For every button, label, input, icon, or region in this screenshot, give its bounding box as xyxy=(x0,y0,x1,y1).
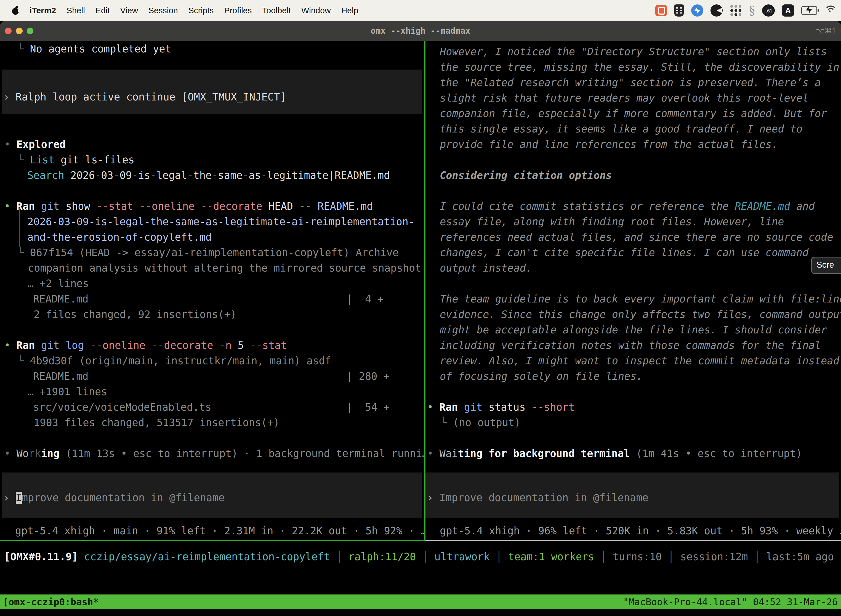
window-title-bar[interactable]: omx --xhigh --madmax ⌥⌘1 xyxy=(0,21,841,41)
ran-git-log-line: • Ran git log --oneline --decorate -n 5 … xyxy=(4,338,287,353)
menu-item-toolbelt[interactable]: Toolbelt xyxy=(257,6,296,15)
reasoning-paragraph-line: changes, I can't cite specific file line… xyxy=(440,245,809,261)
text-segment: README.md xyxy=(312,200,373,212)
omx-status-line: [OMX#0.11.9] cczip/essay/ai-reimplementa… xyxy=(4,549,834,565)
text-segment: › xyxy=(3,492,16,504)
text-segment: Explored xyxy=(16,139,66,150)
text-segment: --short xyxy=(525,401,574,413)
text-segment: evidence. Since this change only affects… xyxy=(440,308,841,320)
text-segment: ing xyxy=(41,448,60,459)
ran-git-show-line: • Ran git show --stat --oneline --decora… xyxy=(4,199,373,214)
menu-item-window[interactable]: Window xyxy=(296,6,336,15)
text-segment: I could cite commit statistics or refere… xyxy=(440,200,735,212)
text-segment: The team guideline is to back every impo… xyxy=(440,293,841,305)
session-stats-line: gpt-5.4 xhigh · 96% left · 520K in · 5.8… xyxy=(440,523,841,539)
text-segment: -- xyxy=(293,200,312,212)
reasoning-paragraph-line: references need actual files, and since … xyxy=(440,230,833,245)
battery-icon[interactable] xyxy=(801,6,817,15)
dots-grid-app-icon[interactable] xyxy=(730,4,742,16)
reasoning-paragraph-line: might be acceptable alongside the file l… xyxy=(440,322,827,338)
text-segment: last:5m ago xyxy=(766,551,834,563)
reasoning-paragraph-line: of focusing solely on file lines. xyxy=(440,369,643,384)
text-segment: │ xyxy=(416,551,435,563)
injected-prompt-line: › Ralph loop active continue [OMX_TMUX_I… xyxy=(3,89,286,105)
loom-app-icon[interactable] xyxy=(711,4,722,16)
menu-item-scripts[interactable]: Scripts xyxy=(183,6,219,15)
text-segment: README.md | 280 + xyxy=(33,370,390,382)
prompt-input-line: › Improve documentation in @filename xyxy=(3,490,224,506)
text-segment: Ran xyxy=(440,401,458,413)
menu-item-shell[interactable]: Shell xyxy=(61,6,90,15)
tmux-host-clock: "MacBook-Pro-44.local" 04:52 31-Mar-26 xyxy=(623,594,838,609)
text-segment: Search xyxy=(27,169,64,181)
text-segment: status xyxy=(483,401,526,413)
text-segment: • xyxy=(4,139,16,150)
text-segment: 1903 files changed, 513517 insertions(+) xyxy=(34,417,280,428)
text-segment: README.md | 4 + xyxy=(33,293,384,305)
reasoning-heading-line: Considering citation options xyxy=(440,168,612,183)
text-segment: No agents completed yet xyxy=(30,43,171,55)
command-wrap-line: 2026-03-09-is-legal-the-same-as-legitima… xyxy=(27,214,415,230)
menu-item-edit[interactable]: Edit xyxy=(90,6,115,15)
desktop-screen: iTerm2 Shell Edit View Session Scripts P… xyxy=(0,0,841,616)
explored-list-line: └ List git ls-files xyxy=(18,153,134,168)
horizontal-pane-divider-right xyxy=(425,540,841,541)
messenger-app-icon[interactable] xyxy=(691,4,703,16)
text-segment: git log xyxy=(35,339,84,351)
git-output-line: companion analysis without altering the … xyxy=(28,261,421,276)
screen-sharing-popup[interactable]: Scre xyxy=(811,257,841,274)
menu-item-profiles[interactable]: Profiles xyxy=(219,6,257,15)
close-window-button[interactable] xyxy=(5,28,12,34)
minimize-window-button[interactable] xyxy=(16,28,23,34)
text-segment: • xyxy=(427,448,440,459)
menu-item-view[interactable]: View xyxy=(115,6,143,15)
text-segment: --stat xyxy=(244,339,287,351)
text-segment: changes, I can't cite specific file line… xyxy=(440,247,809,259)
text-segment: gpt-5.4 xhigh · 96% left · 520K in · 5.8… xyxy=(440,525,841,537)
wifi-icon[interactable] xyxy=(825,6,837,15)
a-badge-icon[interactable]: A xyxy=(782,4,794,16)
text-segment: Wai xyxy=(440,448,458,459)
reasoning-paragraph-line: review. Also, I might want to inspect th… xyxy=(440,353,840,369)
text-segment: Ralph loop active continue [OMX_TMUX_INJ… xyxy=(16,91,286,103)
right-pane: However, I noticed the "Directory Struct… xyxy=(425,41,841,540)
text-segment: └ xyxy=(18,355,30,367)
text-segment: › xyxy=(427,492,440,504)
text-segment: › xyxy=(3,91,16,103)
apple-menu-icon[interactable] xyxy=(12,6,19,15)
text-segment: │ xyxy=(330,551,349,563)
text-segment: README.md xyxy=(735,200,790,212)
menu-app-name[interactable]: iTerm2 xyxy=(24,6,61,15)
snake-app-icon[interactable]: § xyxy=(749,4,755,16)
git-output-line: └ 4b9d30f (origin/main, instructkr/main,… xyxy=(18,353,331,369)
text-segment: and-the-erosion-of-copyleft.md xyxy=(27,231,212,243)
text-segment: │ xyxy=(594,551,613,563)
text-segment: session:12m xyxy=(680,551,748,563)
text-segment: might be acceptable alongside the file l… xyxy=(440,324,827,336)
text-segment: │ xyxy=(662,551,680,563)
reasoning-paragraph-line: evidence. Since this change only affects… xyxy=(440,307,841,322)
git-output-line: └ 067f154 (HEAD -> essay/ai-reimplementa… xyxy=(18,245,399,261)
text-segment: git xyxy=(458,401,482,413)
shield-app-icon[interactable] xyxy=(674,4,684,16)
menu-status-icons: § ..61 A xyxy=(655,4,837,16)
git-stat-line: 2 files changed, 92 insertions(+) xyxy=(34,307,236,322)
prompt-input-line: › Improve documentation in @filename xyxy=(427,490,648,506)
reasoning-paragraph-line: this single essay, it seems like a good … xyxy=(440,122,802,137)
menu-item-session[interactable]: Session xyxy=(143,6,183,15)
text-segment: 4b9d30f (origin/main, instructkr/main, m… xyxy=(30,355,331,367)
text-segment: │ xyxy=(490,551,508,563)
text-segment: companion analysis without altering the … xyxy=(28,262,421,274)
text-segment: gpt-5.4 xhigh · main · 91% left · 2.31M … xyxy=(15,525,424,537)
text-segment: └ xyxy=(18,247,30,259)
chat-app-icon[interactable] xyxy=(655,5,667,16)
text-segment: │ xyxy=(748,551,766,563)
window-title: omx --xhigh --madmax xyxy=(371,21,470,41)
zoom-window-button[interactable] xyxy=(27,28,34,34)
badge-61-icon[interactable]: ..61 xyxy=(762,4,775,16)
text-segment: · 1 background terminal runni… xyxy=(238,448,424,459)
menu-item-help[interactable]: Help xyxy=(336,6,364,15)
git-stat-line: src/voice/voiceModeEnabled.ts | 54 + xyxy=(33,400,390,415)
text-segment: output instead. xyxy=(440,262,532,274)
git-output-line: … +1901 lines xyxy=(27,384,107,400)
